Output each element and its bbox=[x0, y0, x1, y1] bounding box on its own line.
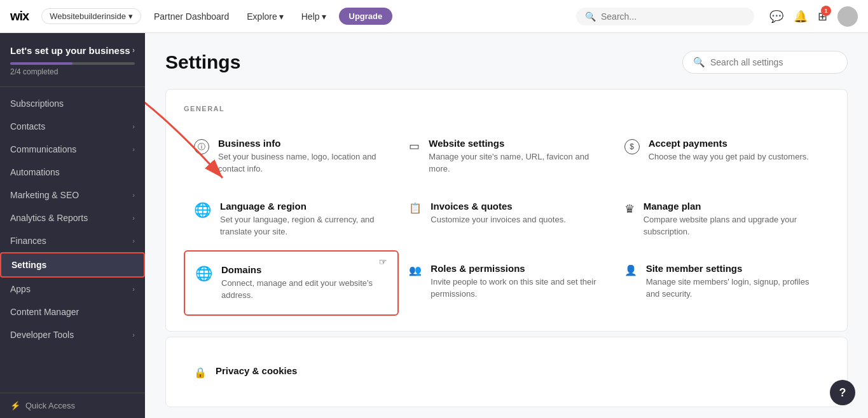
sidebar-item-label: Subscriptions bbox=[10, 98, 135, 109]
progress-bar bbox=[10, 62, 135, 65]
language-region-content: Language & region Set your language, reg… bbox=[220, 201, 389, 238]
apps-icon[interactable]: ⊞ 1 bbox=[818, 10, 827, 24]
sidebar-item-developer-tools[interactable]: Developer Tools › bbox=[0, 323, 145, 346]
item-title: Roles & permissions bbox=[431, 263, 603, 274]
site-name-label: Websitebuilderinside bbox=[50, 11, 126, 21]
privacy-section-card: 🔒 Privacy & cookies bbox=[165, 337, 848, 407]
page-title: Settings bbox=[165, 51, 240, 73]
settings-item-accept-payments[interactable]: $ Accept payments Choose the way you get… bbox=[614, 125, 829, 188]
settings-search-input[interactable] bbox=[710, 57, 837, 67]
sidebar-item-automations[interactable]: Automations bbox=[0, 161, 145, 184]
domains-icon: 🌐 bbox=[195, 266, 212, 282]
content-area: GENERAL ⓘ Business info Set your busines… bbox=[165, 89, 848, 407]
business-info-icon: ⓘ bbox=[194, 139, 209, 154]
business-info-content: Business info Set your business name, lo… bbox=[218, 138, 389, 175]
item-desc: Compare website plans and upgrade your s… bbox=[644, 214, 819, 238]
help-label: Help bbox=[301, 11, 320, 22]
item-title: Website settings bbox=[429, 138, 603, 149]
chevron-right-icon: › bbox=[132, 285, 135, 293]
chevron-right-icon: › bbox=[132, 145, 135, 153]
settings-item-site-member-settings[interactable]: 👤 Site member settings Manage site membe… bbox=[614, 250, 829, 316]
sidebar-setup-section: Let's set up your business › 2/4 complet… bbox=[0, 33, 145, 81]
manage-plan-icon: ♛ bbox=[624, 202, 635, 216]
main-layout: Let's set up your business › 2/4 complet… bbox=[0, 33, 868, 418]
item-desc: Set your business name, logo, location a… bbox=[218, 151, 389, 175]
settings-item-domains[interactable]: 🌐 Domains Connect, manage and edit your … bbox=[184, 250, 399, 316]
settings-item-website-settings[interactable]: ▭ Website settings Manage your site's na… bbox=[399, 125, 614, 188]
sidebar-item-apps[interactable]: Apps › bbox=[0, 278, 145, 300]
chevron-down-icon: ▾ bbox=[322, 11, 326, 22]
user-avatar[interactable] bbox=[837, 6, 858, 27]
help-icon: ? bbox=[839, 386, 846, 400]
sidebar: Let's set up your business › 2/4 complet… bbox=[0, 33, 145, 418]
privacy-grid: 🔒 Privacy & cookies bbox=[184, 353, 829, 391]
settings-item-language-region[interactable]: 🌐 Language & region Set your language, r… bbox=[184, 188, 399, 251]
settings-item-privacy-cookies[interactable]: 🔒 Privacy & cookies bbox=[184, 353, 399, 391]
sidebar-item-settings[interactable]: Settings bbox=[0, 252, 145, 278]
progress-label: 2/4 completed bbox=[10, 67, 135, 76]
item-title: Domains bbox=[221, 264, 387, 275]
explore-link[interactable]: Explore ▾ bbox=[242, 9, 288, 24]
item-desc: Customize your invoices and quotes. bbox=[431, 214, 603, 226]
sidebar-item-analytics-reports[interactable]: Analytics & Reports › bbox=[0, 206, 145, 229]
setup-chevron-icon: › bbox=[132, 46, 135, 56]
global-search-input[interactable] bbox=[601, 11, 745, 22]
quick-access-label: Quick Access bbox=[25, 401, 75, 410]
settings-search-bar[interactable]: 🔍 bbox=[682, 51, 848, 74]
settings-item-manage-plan[interactable]: ♛ Manage plan Compare website plans and … bbox=[614, 188, 829, 251]
accept-payments-content: Accept payments Choose the way you get p… bbox=[649, 138, 819, 163]
item-desc: Set your language, region & currency, an… bbox=[220, 214, 389, 238]
search-icon: 🔍 bbox=[693, 57, 705, 68]
partner-dashboard-link[interactable]: Partner Dashboard bbox=[149, 9, 234, 24]
quick-access-button[interactable]: ⚡ Quick Access bbox=[0, 393, 145, 418]
sidebar-item-label: Settings bbox=[11, 260, 134, 270]
notifications-icon[interactable]: 🔔 bbox=[794, 10, 808, 24]
item-title: Site member settings bbox=[646, 263, 819, 274]
invoices-quotes-content: Invoices & quotes Customize your invoice… bbox=[431, 201, 603, 226]
partner-dashboard-label: Partner Dashboard bbox=[154, 11, 229, 22]
quick-access-icon: ⚡ bbox=[10, 401, 20, 410]
sidebar-item-contacts[interactable]: Contacts › bbox=[0, 115, 145, 138]
setup-title-text: Let's set up your business bbox=[10, 44, 130, 57]
settings-item-roles-permissions[interactable]: 👥 Roles & permissions Invite people to w… bbox=[399, 250, 614, 316]
setup-title[interactable]: Let's set up your business › bbox=[10, 44, 135, 57]
sidebar-item-label: Communications bbox=[10, 144, 132, 154]
chevron-down-icon: ▾ bbox=[279, 11, 284, 22]
item-title: Language & region bbox=[220, 201, 389, 212]
general-section-card: GENERAL ⓘ Business info Set your busines… bbox=[165, 89, 848, 332]
sidebar-item-label: Finances bbox=[10, 236, 132, 246]
invoices-quotes-icon: 📋 bbox=[409, 202, 422, 214]
sidebar-item-marketing-seo[interactable]: Marketing & SEO › bbox=[0, 184, 145, 206]
sidebar-item-communications[interactable]: Communications › bbox=[0, 138, 145, 161]
roles-permissions-content: Roles & permissions Invite people to wor… bbox=[431, 263, 603, 300]
item-title: Invoices & quotes bbox=[431, 201, 603, 212]
sidebar-item-label: Contacts bbox=[10, 121, 132, 131]
sidebar-item-content-manager[interactable]: Content Manager bbox=[0, 300, 145, 323]
item-desc: Invite people to work on this site and s… bbox=[431, 276, 603, 300]
cursor-icon: ☞ bbox=[379, 257, 387, 267]
domains-content: Domains Connect, manage and edit your we… bbox=[221, 264, 387, 302]
topnav-icons: 💬 🔔 ⊞ 1 bbox=[769, 6, 858, 27]
help-link[interactable]: Help ▾ bbox=[296, 9, 331, 24]
chevron-right-icon: › bbox=[132, 123, 135, 130]
item-title: Business info bbox=[218, 138, 389, 149]
site-name-button[interactable]: Websitebuilderinside ▾ bbox=[41, 8, 141, 24]
sidebar-divider-1 bbox=[0, 86, 145, 87]
messages-icon[interactable]: 💬 bbox=[769, 10, 783, 24]
top-navigation: wix Websitebuilderinside ▾ Partner Dashb… bbox=[0, 0, 868, 33]
settings-item-invoices-quotes[interactable]: 📋 Invoices & quotes Customize your invoi… bbox=[399, 188, 614, 251]
global-search-bar[interactable]: 🔍 bbox=[576, 8, 754, 25]
settings-item-business-info[interactable]: ⓘ Business info Set your business name, … bbox=[184, 125, 399, 188]
item-desc: Manage your site's name, URL, favicon an… bbox=[429, 151, 603, 175]
sidebar-item-subscriptions[interactable]: Subscriptions bbox=[0, 92, 145, 115]
upgrade-label: Upgrade bbox=[349, 11, 383, 21]
sidebar-item-finances[interactable]: Finances › bbox=[0, 229, 145, 252]
help-button[interactable]: ? bbox=[830, 380, 855, 405]
settings-content: Settings 🔍 GENERAL bbox=[145, 33, 868, 418]
item-desc: Manage site members' login, signup, prof… bbox=[646, 276, 819, 300]
settings-header: Settings 🔍 bbox=[165, 51, 848, 74]
manage-plan-content: Manage plan Compare website plans and up… bbox=[644, 201, 819, 238]
sidebar-item-label: Marketing & SEO bbox=[10, 190, 132, 200]
upgrade-button[interactable]: Upgrade bbox=[339, 8, 393, 25]
sidebar-item-label: Analytics & Reports bbox=[10, 213, 132, 223]
